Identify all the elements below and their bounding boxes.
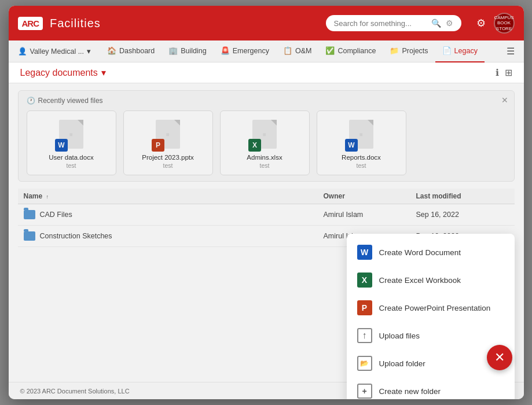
footer-copyright: © 2023 ARC Document Solutions, LLC bbox=[20, 388, 130, 395]
nav-projects-label: Projects bbox=[402, 47, 428, 55]
create-excel-label: Create Excel Workbook bbox=[379, 276, 461, 285]
ppt-icon: P bbox=[357, 300, 372, 315]
filter-icon[interactable]: ⚙ bbox=[446, 19, 453, 28]
grid-icon[interactable]: ⊞ bbox=[505, 67, 512, 78]
logo: ARC bbox=[18, 17, 43, 30]
avatar[interactable]: CAMPUS BOOK STORE bbox=[494, 13, 515, 34]
create-folder-item[interactable]: + Create new folder bbox=[347, 377, 515, 399]
upload-folder-icon: 📂 bbox=[357, 356, 372, 371]
nav-compliance-label: Compliance bbox=[337, 47, 376, 55]
nav-legacy-label: Legacy bbox=[454, 47, 478, 55]
fab-close-icon: ✕ bbox=[494, 350, 505, 365]
excel-icon: X bbox=[357, 273, 372, 288]
emergency-icon: 🚨 bbox=[221, 46, 230, 55]
om-icon: 📋 bbox=[283, 46, 292, 55]
header: ARC Facilities 🔍 ⚙ ⚙ CAMPUS BOOK STORE bbox=[9, 6, 524, 41]
page-title-chevron: ▾ bbox=[101, 67, 106, 78]
dashboard-icon: 🏠 bbox=[107, 46, 116, 55]
create-ppt-item[interactable]: P Create PowerPoint Presentation bbox=[347, 294, 515, 322]
nav-building[interactable]: 🏢 Building bbox=[162, 41, 213, 62]
search-icon[interactable]: 🔍 bbox=[431, 19, 441, 28]
main-content: 🕐 Recently viewed files ✕ ≡ W User data.… bbox=[9, 83, 524, 382]
create-folder-label: Create new folder bbox=[379, 387, 441, 396]
nav-projects[interactable]: 📁 Projects bbox=[383, 41, 435, 62]
upload-files-item[interactable]: ↑ Upload files bbox=[347, 322, 515, 349]
search-input[interactable] bbox=[334, 19, 427, 28]
app-window: ARC Facilities 🔍 ⚙ ⚙ CAMPUS BOOK STORE 👤… bbox=[9, 6, 524, 399]
fab-button[interactable]: ✕ bbox=[487, 345, 512, 370]
building-icon: 🏢 bbox=[168, 46, 178, 55]
hamburger-icon[interactable]: ☰ bbox=[507, 46, 515, 57]
create-word-label: Create Word Document bbox=[379, 248, 461, 257]
nav-emergency[interactable]: 🚨 Emergency bbox=[214, 41, 276, 62]
page-title[interactable]: Legacy documents ▾ bbox=[20, 67, 106, 78]
create-word-item[interactable]: W Create Word Document bbox=[347, 238, 515, 266]
dropdown-menu: W Create Word Document X Create Excel Wo… bbox=[347, 234, 515, 399]
nav-legacy[interactable]: 📄 Legacy bbox=[435, 41, 485, 62]
nav-building-label: Building bbox=[181, 47, 206, 55]
nav-emergency-label: Emergency bbox=[233, 47, 269, 55]
header-icons: ⚙ CAMPUS BOOK STORE bbox=[474, 13, 515, 34]
nav-om[interactable]: 📋 O&M bbox=[276, 41, 318, 62]
legacy-icon: 📄 bbox=[442, 46, 452, 55]
nav-dashboard-label: Dashboard bbox=[119, 47, 155, 55]
projects-icon: 📁 bbox=[390, 46, 399, 55]
app-title: Facilities bbox=[50, 17, 101, 30]
create-excel-item[interactable]: X Create Excel Workbook bbox=[347, 266, 515, 294]
page-title-text: Legacy documents bbox=[20, 68, 98, 78]
info-icon[interactable]: ℹ bbox=[496, 67, 499, 78]
nav-bar: 👤 Valley Medical ... ▾ 🏠 Dashboard 🏢 Bui… bbox=[9, 41, 524, 62]
page-header-icons: ℹ ⊞ bbox=[496, 67, 512, 78]
page-header: Legacy documents ▾ ℹ ⊞ bbox=[9, 62, 524, 83]
search-bar: 🔍 ⚙ bbox=[326, 15, 461, 31]
nav-om-label: O&M bbox=[295, 47, 311, 55]
create-folder-icon: + bbox=[357, 384, 372, 399]
settings-icon[interactable]: ⚙ bbox=[474, 14, 488, 32]
org-icon: 👤 bbox=[18, 47, 27, 56]
upload-files-label: Upload files bbox=[379, 332, 420, 340]
org-name: Valley Medical ... bbox=[30, 47, 85, 56]
nav-dashboard[interactable]: 🏠 Dashboard bbox=[100, 41, 162, 62]
upload-files-icon: ↑ bbox=[357, 328, 372, 343]
nav-compliance[interactable]: ✅ Compliance bbox=[318, 41, 383, 62]
word-icon: W bbox=[357, 245, 372, 260]
nav-org[interactable]: 👤 Valley Medical ... ▾ bbox=[18, 47, 91, 56]
org-chevron: ▾ bbox=[87, 47, 91, 56]
upload-folder-label: Upload folder bbox=[379, 359, 425, 368]
compliance-icon: ✅ bbox=[325, 46, 335, 55]
create-ppt-label: Create PowerPoint Presentation bbox=[379, 304, 491, 312]
